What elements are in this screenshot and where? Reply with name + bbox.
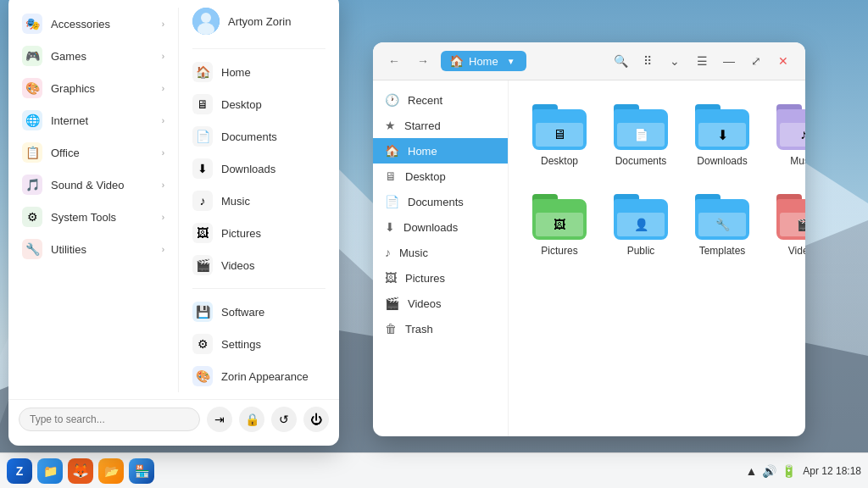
folder-music[interactable]: ♪ Music [770,97,805,174]
sidebar-home-label: Home [408,145,437,158]
places-item-documents[interactable]: 📄 Documents [186,120,332,152]
sidebar-item-pictures[interactable]: 🖼 Pictures [373,265,508,291]
menu-item-games[interactable]: 🎮 Games › [15,40,171,72]
home-location-icon: 🏠 [449,54,464,68]
sidebar-music-label: Music [399,247,428,259]
sidebar-item-recent[interactable]: 🕐 Recent [373,87,508,113]
menu-item-graphics[interactable]: 🎨 Graphics › [15,72,171,104]
menu-item-sound-video[interactable]: 🎵 Sound & Video › [15,169,171,201]
view-toggle-button[interactable]: ⌄ [663,49,687,73]
place-videos-icon: 🎬 [192,255,213,275]
folder-music-label: Music [790,155,805,167]
menu-item-office[interactable]: 📋 Office › [15,136,171,169]
maximize-button[interactable]: ⤢ [744,49,768,73]
software-icon: 💾 [192,302,213,322]
taskbar: Z 📁 🦊 📂 🏪 ▲ 🔊 🔋 Apr 12 18:18 [0,452,868,488]
folder-body: 🖥 [532,109,587,150]
folder-overlay-desktop: 🖥 [536,123,583,147]
folder-pictures[interactable]: 🖼 Pictures [526,187,593,263]
sound-video-icon: 🎵 [22,175,42,195]
sidebar-item-home[interactable]: 🏠 Home [373,138,508,164]
sidebar-documents-label: Documents [408,196,464,208]
refresh-button[interactable]: ↺ [271,407,297,432]
power-button[interactable]: ⏻ [303,407,329,432]
graphics-label: Graphics [51,82,153,95]
places-item-downloads[interactable]: ⬇ Downloads [186,152,332,185]
location-bar[interactable]: 🏠 Home ▼ [441,51,526,71]
sidebar-downloads-label: Downloads [403,221,458,234]
system-tools-label: System Tools [51,211,153,224]
system-item-zorin-appearance[interactable]: 🎨 Zorin Appearance [186,360,332,392]
clock: Apr 12 18:18 [803,465,861,477]
sidebar-item-videos[interactable]: 🎬 Videos [373,291,508,316]
place-documents-label: Documents [221,130,326,143]
folder-overlay-downloads: ⬇ [698,123,746,147]
sidebar-item-music[interactable]: ♪ Music [373,240,508,265]
system-item-settings[interactable]: ⚙ Settings [186,328,332,360]
places-item-videos[interactable]: 🎬 Videos [186,249,332,281]
volume-icon[interactable]: 🔊 [762,464,776,478]
folder-templates-label: Templates [699,245,746,257]
folder-public[interactable]: 👤 Public [607,187,675,263]
menu-item-internet[interactable]: 🌐 Internet › [15,104,171,136]
folder-pictures-icon: 🖼 [532,194,587,240]
sound-video-arrow: › [162,180,164,190]
graphics-arrow: › [162,84,164,93]
places-item-pictures[interactable]: 🖼 Pictures [186,217,332,249]
places-item-music[interactable]: ♪ Music [186,185,332,217]
folder-videos[interactable]: 🎬 Videos [770,187,805,263]
menu-categories: 🎭 Accessories › 🎮 Games › 🎨 Graphics › 🌐… [8,8,178,392]
folder-overlay-public: 👤 [617,213,665,236]
system-item-software[interactable]: 💾 Software [186,296,332,328]
minimize-button[interactable]: — [717,49,741,73]
folder-documents-icon: 📄 [614,104,668,150]
wifi-icon[interactable]: ▲ [745,464,757,478]
search-button[interactable]: 🔍 [609,49,632,73]
folder-body: ⬇ [695,109,749,150]
menu-right-panel: Artyom Zorin 🏠 Home 🖥 Desktop 📄 Document… [178,8,339,392]
folder-documents[interactable]: 📄 Documents [607,97,675,174]
desktop-icon: 🖥 [385,169,397,183]
lock-button[interactable]: 🔒 [239,407,264,432]
sidebar-item-desktop[interactable]: 🖥 Desktop [373,164,508,189]
sidebar-recent-label: Recent [408,94,442,107]
store-taskbar-button[interactable]: 🏪 [129,458,154,484]
place-desktop-icon: 🖥 [192,94,213,114]
close-button[interactable]: ✕ [771,49,795,73]
firefox-taskbar-button[interactable]: 🦊 [68,458,93,484]
session-icon-button[interactable]: ⇥ [207,407,232,432]
forward-button[interactable]: → [412,50,434,72]
folder-body: 📄 [614,109,668,150]
sidebar-desktop-label: Desktop [405,170,446,183]
folder-templates[interactable]: 🔧 Templates [688,187,756,263]
place-documents-icon: 📄 [192,126,213,147]
user-avatar [192,8,220,35]
folder-overlay-templates: 🔧 [698,213,746,236]
view-list-button[interactable]: ⠿ [636,49,659,73]
battery-icon[interactable]: 🔋 [782,464,796,478]
folder-downloads[interactable]: ⬇ Downloads [688,97,756,174]
sidebar-item-trash[interactable]: 🗑 Trash [373,316,508,341]
folder-desktop[interactable]: 🖥 Desktop [526,97,593,174]
filemanager-taskbar-button[interactable]: 📂 [98,458,124,484]
svg-point-9 [201,13,211,23]
places-item-home[interactable]: 🏠 Home [186,56,332,88]
menu-item-system-tools[interactable]: ⚙ System Tools › [15,201,171,233]
menu-item-utilities[interactable]: 🔧 Utilities › [15,233,171,265]
sidebar-item-downloads[interactable]: ⬇ Downloads [373,214,508,240]
sidebar-item-starred[interactable]: ★ Starred [373,113,508,138]
folder-downloads-label: Downloads [697,155,747,167]
settings-label: Settings [221,338,326,351]
search-input[interactable] [19,408,200,431]
games-icon: 🎮 [22,46,42,66]
file-manager-content: 🖥 Desktop 📄 Documents [509,80,805,436]
files-taskbar-button[interactable]: 📁 [37,458,63,484]
zorin-menu-button[interactable]: Z [7,458,32,484]
graphics-icon: 🎨 [22,78,42,98]
taskbar-left: Z 📁 🦊 📂 🏪 [7,458,745,484]
menu-item-accessories[interactable]: 🎭 Accessories › [15,8,171,40]
menu-button[interactable]: ☰ [690,49,714,73]
places-item-desktop[interactable]: 🖥 Desktop [186,88,332,120]
sidebar-item-documents[interactable]: 📄 Documents [373,189,508,214]
back-button[interactable]: ← [383,50,405,72]
